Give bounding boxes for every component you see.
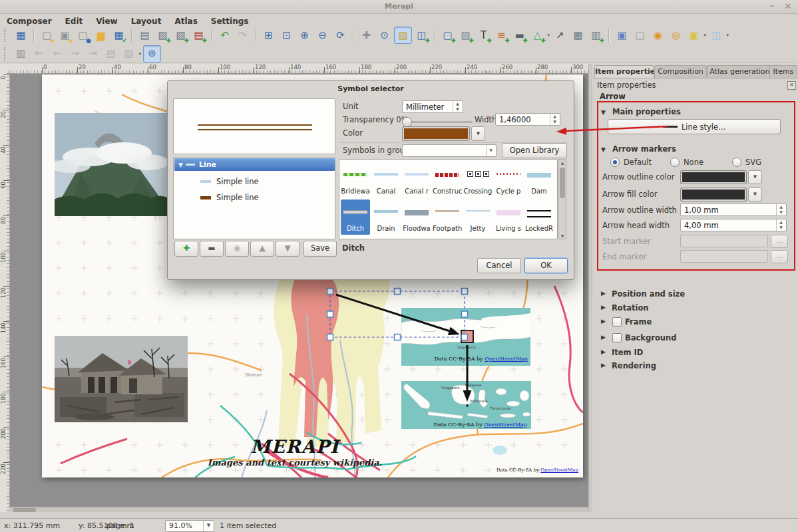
remove-symbol-layer-button[interactable]: ▬ [200,241,224,257]
zoom-full-button[interactable]: ⊞ [260,27,277,43]
add-arrow-button[interactable]: ↗ [552,27,568,43]
menu-edit[interactable]: Edit [59,16,90,27]
lock-items-button[interactable]: ◉ [650,27,666,43]
symbol-construc[interactable]: Construc [433,162,462,198]
background-checkbox[interactable] [612,333,622,342]
save-as-template-button[interactable]: ▦✔ [110,27,127,43]
tree-item-line[interactable]: ▼ Line [174,158,335,171]
save-composition-button[interactable]: ▦ [13,27,29,43]
section-rendering[interactable]: ▶Rendering [592,360,798,372]
menu-atlas[interactable]: Atlas [168,16,204,27]
save-symbol-button[interactable]: Save [303,241,337,257]
start-marker-field[interactable] [680,235,768,247]
atlas-prev-button[interactable]: ← [49,46,65,62]
main-properties-header[interactable]: ▼ Main properties [601,107,681,116]
lock-symbol-layer-button[interactable]: ◉ [225,241,249,257]
zoom-actual-button[interactable]: ⊡ [278,27,295,43]
add-label-button[interactable]: T✚ [475,27,492,43]
pan-button[interactable]: ✚ [358,27,375,43]
ungroup-items-button[interactable]: □ [632,27,648,43]
move-up-button[interactable]: ▲ [250,241,274,257]
zoom-level-combo[interactable]: 91.0% ▼ [165,520,214,532]
atlas-next-button[interactable]: → [67,46,83,62]
spin-arrows-icon[interactable]: ▲▼ [550,114,559,125]
menu-layout[interactable]: Layout [124,16,168,27]
unit-combo[interactable]: Millimeter ▲▼ [402,100,463,113]
inset-map-java[interactable]: Yogyakarta Data CC-By-SA by OpenStreetMa… [401,308,530,366]
chevron-down-icon[interactable]: ▼ [486,145,495,156]
radio-default[interactable]: Default [610,158,652,167]
minimize-button[interactable]: – [765,0,779,13]
new-composition-button[interactable]: ▢★ [39,27,55,43]
spin-arrows-icon[interactable]: ▲▼ [776,219,785,231]
composition-title-label[interactable]: MERAPI [202,436,388,457]
move-down-button[interactable]: ▼ [276,241,299,257]
undo-button[interactable]: ↶ [216,27,233,43]
openstreetmap-link[interactable]: OpenStreetMap [485,356,528,362]
print-button[interactable]: ▤ [136,27,153,43]
symbol-cycle-p[interactable]: Cycle p [494,162,523,198]
section-position-and-size[interactable]: ▶Position and size [592,288,798,300]
symbol-canal[interactable]: Canal [371,162,401,198]
atlas-export-button[interactable]: ▧▾ [120,46,137,62]
duplicate-composition-button[interactable]: ▣★ [57,27,73,43]
end-marker-browse-button[interactable]: … [771,250,788,263]
unlock-items-button[interactable]: ◎ [668,27,684,43]
export-pdf-button[interactable]: ▤✚ [190,27,207,43]
section-frame[interactable]: ▶Frame [592,316,798,328]
cancel-button[interactable]: Cancel [477,258,521,273]
add-scalebar-button[interactable]: ▬✚ [511,27,528,43]
raise-items-button[interactable]: ▣▾ [686,27,702,43]
zoom-in-button[interactable]: ⊕ [296,27,313,43]
radio-svg[interactable]: SVG [732,158,761,167]
arrow-fill-color-dropdown-button[interactable]: ▼ [748,188,762,201]
add-symbol-layer-button[interactable]: ✚ [174,241,198,257]
open-library-button[interactable]: Open Library [502,143,567,158]
align-items-button[interactable]: ◫▾ [708,27,725,43]
symbol-ditch[interactable]: Ditch [341,200,370,235]
section-item-id[interactable]: ▶Item ID [592,346,798,358]
spin-arrows-icon[interactable]: ▲▼ [453,101,462,112]
inset-map-indonesia[interactable]: Data CC-By-SA by OpenStreetMap Singapore… [401,381,531,429]
symbol-bridlewa[interactable]: Bridlewa [341,162,370,198]
transparency-slider[interactable] [403,121,473,123]
symbol-crossing[interactable]: Crossing [463,162,493,198]
atlas-preview-button[interactable]: ▥ [13,46,29,62]
tab-item-properties[interactable]: Item properties [594,65,654,78]
line-style-button[interactable]: Line style... [608,119,781,134]
arrow-head-width-spinbox[interactable]: 4,00 mm▲▼ [680,219,787,231]
section-background[interactable]: ▶Background [592,332,798,344]
scrollbar-thumb[interactable] [560,168,565,198]
tree-item-simple-line[interactable]: Simple line [200,192,259,203]
tab-composition[interactable]: Composition [654,65,707,78]
symbols-group-combo[interactable]: ▼ [402,144,497,157]
refresh-button[interactable]: ⟳ [332,27,349,43]
panel-close-icon[interactable]: ✕ [787,81,796,90]
tree-item-simple-line[interactable]: Simple line [200,176,259,188]
end-marker-field[interactable] [680,250,768,263]
symbol-jetty[interactable]: Jetty [463,200,493,235]
spin-arrows-icon[interactable]: ▲▼ [776,204,785,215]
radio-none[interactable]: None [670,158,703,167]
export-image-button[interactable]: ▨✚ [154,27,171,43]
menu-composer[interactable]: Composer [0,16,59,27]
arrow-outline-width-spinbox[interactable]: 1,00 mm▲▼ [680,203,787,216]
export-svg-button[interactable]: ▧✚ [172,27,189,43]
group-items-button[interactable]: ▣ [614,27,630,43]
arrow-outline-color-swatch-button[interactable] [680,170,747,184]
composition-manager-button[interactable]: ▢● [75,27,91,43]
redo-button[interactable]: ↷ [234,27,251,43]
add-legend-button[interactable]: ≡✚ [493,27,510,43]
composition-subtitle-label[interactable]: Images and text courtesy wikipedia. [162,458,428,467]
zoom-out-button[interactable]: ⊖ [314,27,331,43]
openstreetmap-link[interactable]: OpenStreetMap [540,467,578,473]
add-image-button[interactable]: ▨✚ [457,27,474,43]
scroll-up-icon[interactable]: ▲ [558,160,566,165]
move-item-content-button[interactable]: ◫✚ [413,27,430,43]
atlas-print-button[interactable]: ▤ [102,46,119,62]
symbol-drain[interactable]: Drain [371,200,401,235]
openstreetmap-link[interactable]: OpenStreetMap [484,422,527,428]
menu-settings[interactable]: Settings [204,16,256,27]
atlas-last-button[interactable]: ⇥ [85,46,101,62]
start-marker-browse-button[interactable]: … [771,235,788,248]
